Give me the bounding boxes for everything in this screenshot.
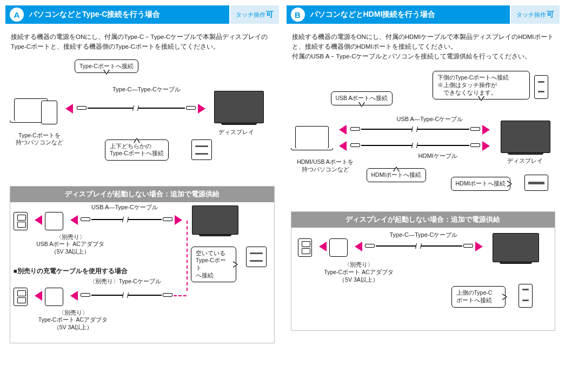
adapter-icon	[45, 212, 63, 230]
callout-typec-port: Type-Cポートへ接続	[75, 59, 138, 74]
touch-tag-a: タッチ操作可	[230, 5, 279, 24]
arrow-right-icon	[198, 104, 210, 114]
arrow-left-icon	[334, 125, 347, 135]
cable-line-a	[88, 108, 185, 109]
plug-icon	[365, 244, 375, 248]
ts-cable2-label: 〈別売り〉Type-Cケーブル	[89, 278, 161, 285]
ts-adapter1-label: 〈別売り〉 USB Aポート ACアダプタ （5V 3A以上）	[35, 234, 105, 256]
device-label-a: Type-Cポートを 持つパソコンなど	[10, 132, 69, 147]
plug-icon	[81, 217, 90, 221]
outlet-icon	[14, 212, 28, 230]
cable-line	[91, 219, 162, 220]
arrow-left-icon	[334, 141, 347, 151]
arrow-right-icon	[475, 242, 488, 251]
cable-line	[361, 145, 469, 146]
plug-icon	[186, 106, 196, 110]
panel-a: A パソコンなどとType-C接続を行う場合 タッチ操作可 接続する機器の電源を…	[5, 5, 279, 349]
ts-cable-label-b: Type-C—Type-Cケーブル	[390, 231, 458, 238]
ts-cable1-label: USB A—Type-Cケーブル	[91, 203, 158, 211]
description-a: 接続する機器の電源をONにし、付属のType-C－Type-Cケーブルで本製品デ…	[11, 32, 274, 52]
callout-hdmi-disp: HDMIポートへ接続	[451, 177, 511, 191]
ts-header-a: ディスプレイが起動しない場合：追加で電源供給	[10, 187, 274, 202]
plug-icon	[350, 127, 360, 131]
title-main-b: B パソコンなどとHDMI接続を行う場合	[287, 5, 510, 24]
diagram-b: USB Aポートへ接続 下側のType-Cポートへ接続 ※上側はタッチ操作が で…	[291, 69, 556, 209]
device-label-b: HDMI/USB Aポートを 持つパソコンなど	[288, 158, 363, 173]
dashed-line-icon	[187, 221, 188, 291]
arrow-left-icon	[30, 215, 42, 225]
plug-icon	[163, 217, 172, 221]
port-box-icon	[519, 284, 533, 308]
arrow-left-icon	[30, 291, 42, 301]
port-box-icon	[534, 75, 548, 99]
title-bar-b: B パソコンなどとHDMI接続を行う場合 タッチ操作可	[287, 5, 560, 24]
display-label-a: ディスプレイ	[218, 129, 254, 136]
callout-either-port: 上下どちらかの Type-Cポートへ接続	[105, 139, 169, 161]
arrow-right-icon	[482, 141, 495, 151]
plug-icon	[77, 106, 87, 110]
plug-icon	[470, 143, 480, 147]
port-box-icon	[246, 247, 267, 267]
arrow-left-icon	[314, 242, 327, 251]
cable-usb-label: USB A—Type-Cケーブル	[397, 115, 463, 123]
cable-label-a: Type-C—Type-Cケーブル	[112, 85, 181, 93]
ts-header-b: ディスプレイが起動しない場合：追加で電源供給	[291, 212, 555, 228]
arrow-right-icon	[482, 125, 495, 135]
troubleshoot-a: ディスプレイが起動しない場合：追加で電源供給 USB A—Type-Cケーブル …	[10, 186, 275, 343]
plug-icon	[463, 244, 473, 248]
title-bar-a: A パソコンなどとType-C接続を行う場合 タッチ操作可	[5, 5, 279, 24]
description-b: 接続する機器の電源をONにし、付属のHDMIケーブルで本製品ディスプレイのHDM…	[292, 32, 555, 61]
callout-lower-port: 下側のType-Cポートへ接続 ※上側はタッチ操作が できなくなります。	[433, 71, 530, 99]
display-icon	[493, 233, 539, 262]
arrow-right-icon	[175, 215, 187, 225]
arrow-left-icon	[65, 215, 78, 225]
cable-line	[376, 245, 462, 247]
laptop-icon-b	[291, 126, 333, 150]
outlet-icon	[298, 238, 312, 257]
adapter-icon	[45, 288, 63, 306]
display-label-b: ディスプレイ	[507, 157, 543, 165]
arrow-left-icon	[350, 242, 362, 251]
display-icon-a	[214, 91, 264, 123]
callout-hdmi-pc: HDMIポートへ接続	[367, 168, 427, 182]
ts-adapter2-label: 〈別売り〉 Type-Cポート ACアダプタ （5V 3A以上）	[35, 309, 111, 331]
plug-icon	[350, 143, 360, 147]
cable-line	[361, 129, 469, 130]
panel-b: B パソコンなどとHDMI接続を行う場合 タッチ操作可 接続する機器の電源をON…	[287, 5, 560, 349]
badge-b: B	[291, 8, 305, 22]
plug-icon	[81, 293, 90, 297]
outlet-icon	[14, 288, 28, 306]
troubleshoot-b: ディスプレイが起動しない場合：追加で電源供給 Type-C—Type-Cケーブル…	[291, 211, 556, 331]
dashed-line-icon	[174, 295, 187, 296]
display-icon	[192, 205, 238, 235]
tablet-icon-a	[41, 101, 57, 124]
display-icon-b	[501, 121, 550, 153]
cable-line	[91, 295, 162, 296]
plug-icon	[470, 127, 480, 131]
title-text-b: パソコンなどとHDMI接続を行う場合	[310, 10, 436, 19]
plug-icon	[163, 293, 172, 297]
ts-adapter-label-b: 〈別売り〉 Type-Cポート ACアダプタ （5V 3A以上）	[318, 261, 400, 283]
badge-a: A	[10, 8, 24, 22]
arrow-left-icon	[61, 104, 73, 114]
touch-tag-b: タッチ操作可	[511, 5, 560, 24]
arrow-left-icon	[65, 291, 78, 301]
title-main-a: A パソコンなどとType-C接続を行う場合	[5, 5, 229, 24]
diagram-a: Type-Cポートへ接続 Type-C—Type-Cケーブル Type-Cポート…	[10, 59, 275, 184]
hdmi-port-icon	[524, 175, 548, 191]
ts-subheading: ■別売りの充電ケーブルを使用する場合	[14, 267, 128, 275]
callout-free-port: 空いている Type-Cポート へ接続	[191, 247, 236, 283]
cable-hdmi-label: HDMIケーブル	[418, 152, 457, 160]
callout-upper-port: 上側のType-C ポートへ接続	[451, 286, 506, 307]
title-text-a: パソコンなどとType-C接続を行う場合	[29, 10, 160, 19]
port-box-icon	[191, 139, 212, 160]
adapter-icon	[329, 238, 348, 257]
callout-usba-port: USB Aポートへ接続	[331, 91, 393, 105]
